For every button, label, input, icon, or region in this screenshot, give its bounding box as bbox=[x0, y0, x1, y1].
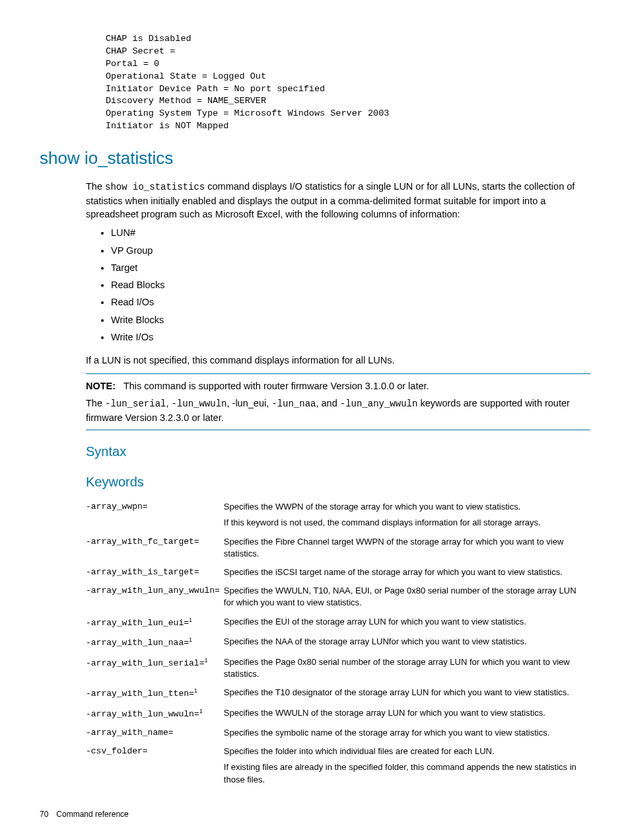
table-row: -array_with_lun_tten=1Specifies the T10 … bbox=[86, 683, 590, 704]
footnote-marker: 1 bbox=[199, 708, 203, 714]
note-sep2: , -lun_eui, bbox=[227, 398, 272, 408]
list-item: Read Blocks bbox=[111, 278, 590, 291]
table-row: -array_with_lun_serial=1Specifies the Pa… bbox=[86, 653, 590, 683]
note-line1: This command is supported with router fi… bbox=[123, 381, 429, 391]
note-line2-pre: The bbox=[86, 398, 105, 408]
table-row: -csv_folder=Specifies the folder into wh… bbox=[86, 742, 590, 789]
table-row: -array_wwpn=Specifies the WWPN of the st… bbox=[86, 498, 590, 532]
note-sep3: , and bbox=[316, 398, 339, 408]
intro-paragraph: The show io_statistics command displays … bbox=[86, 180, 590, 221]
post-list-text: If a LUN is not specified, this command … bbox=[86, 354, 590, 367]
note-kw2: -lun_wwuln bbox=[172, 399, 227, 409]
keyword-name: -array_with_lun_any_wwuln= bbox=[86, 582, 224, 612]
keyword-desc: Specifies the T10 designator of the stor… bbox=[224, 683, 590, 704]
keyword-name: -array_with_lun_serial=1 bbox=[86, 653, 224, 683]
list-item: Target bbox=[111, 261, 590, 274]
table-row: -array_with_name=Specifies the symbolic … bbox=[86, 724, 590, 742]
keyword-desc: Specifies the iSCSI target name of the s… bbox=[224, 563, 590, 582]
table-row: -array_with_fc_target=Specifies the Fibr… bbox=[86, 533, 590, 563]
note-label: NOTE: bbox=[86, 381, 116, 391]
list-item: LUN# bbox=[111, 226, 590, 239]
footnote-marker: 1 bbox=[189, 617, 192, 623]
keyword-name: -csv_folder= bbox=[86, 742, 224, 789]
keyword-name: -array_with_lun_eui=1 bbox=[86, 613, 224, 633]
keyword-name: -array_wwpn= bbox=[86, 498, 224, 532]
footer-label: Command reference bbox=[56, 810, 128, 819]
keyword-desc: Specifies the WWPN of the storage array … bbox=[224, 498, 590, 532]
keyword-desc: Specifies the Page 0x80 serial number of… bbox=[224, 653, 590, 683]
footnote-marker: 1 bbox=[189, 636, 192, 643]
note-sep1: , bbox=[166, 398, 171, 408]
list-item: Read I/Os bbox=[111, 295, 590, 309]
keyword-desc: Specifies the symbolic name of the stora… bbox=[224, 724, 590, 742]
keyword-desc: Specifies the NAA of the storage array L… bbox=[224, 632, 590, 653]
page-footer: 70Command reference bbox=[40, 809, 590, 820]
note-kw1: -lun_serial bbox=[105, 399, 166, 409]
table-row: -array_with_lun_naa=1Specifies the NAA o… bbox=[86, 632, 590, 653]
list-item: Write Blocks bbox=[111, 313, 590, 326]
note-kw4: -lun_any_wwuln bbox=[340, 399, 418, 409]
note-kw3: -lun_naa bbox=[271, 399, 316, 409]
code-output-block: CHAP is Disabled CHAP Secret = Portal = … bbox=[106, 33, 590, 133]
syntax-heading: Syntax bbox=[86, 442, 590, 461]
column-list: LUN# VP Group Target Read Blocks Read I/… bbox=[99, 226, 590, 344]
keyword-name: -array_with_is_target= bbox=[86, 563, 224, 582]
table-row: -array_with_lun_any_wwuln=Specifies the … bbox=[86, 582, 590, 612]
list-item: Write I/Os bbox=[111, 330, 590, 344]
keyword-desc: Specifies the Fibre Channel target WWPN … bbox=[224, 533, 590, 563]
intro-code: show io_statistics bbox=[105, 182, 205, 192]
keywords-table: -array_wwpn=Specifies the WWPN of the st… bbox=[86, 498, 590, 789]
footnote-marker: 1 bbox=[194, 687, 197, 694]
keyword-name: -array_with_fc_target= bbox=[86, 533, 224, 563]
keyword-desc: Specifies the EUI of the storage array L… bbox=[224, 613, 590, 633]
page-number: 70 bbox=[40, 809, 48, 820]
keyword-desc: Specifies the WWULN, T10, NAA, EUI, or P… bbox=[224, 582, 590, 612]
footnote-marker: 1 bbox=[204, 657, 207, 664]
keyword-name: -array_with_lun_wwuln=1 bbox=[86, 704, 224, 724]
intro-prefix: The bbox=[86, 181, 105, 192]
note-block: NOTE: This command is supported with rou… bbox=[86, 373, 590, 430]
table-row: -array_with_lun_wwuln=1Specifies the WWU… bbox=[86, 704, 590, 724]
table-row: -array_with_lun_eui=1Specifies the EUI o… bbox=[86, 613, 590, 633]
keyword-name: -array_with_name= bbox=[86, 724, 224, 742]
keywords-heading: Keywords bbox=[86, 473, 590, 491]
keyword-name: -array_with_lun_naa=1 bbox=[86, 632, 224, 653]
keyword-desc: Specifies the WWULN of the storage array… bbox=[224, 704, 590, 724]
keyword-name: -array_with_lun_tten=1 bbox=[86, 683, 224, 704]
table-row: -array_with_is_target=Specifies the iSCS… bbox=[86, 563, 590, 582]
keyword-desc: Specifies the folder into which individu… bbox=[224, 742, 590, 789]
section-heading: show io_statistics bbox=[40, 146, 590, 170]
list-item: VP Group bbox=[111, 244, 590, 257]
